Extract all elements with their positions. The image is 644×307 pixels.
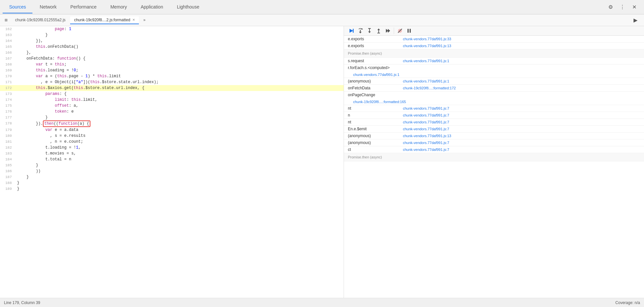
code-line-179: 179 var e = a.data (0, 127, 344, 133)
stack-file-0[interactable]: chunk-vendors.77daf991.js:33 (403, 37, 451, 41)
more-file-tabs-btn[interactable]: » (140, 16, 150, 24)
code-line-162: 162 page: 1 (0, 26, 344, 32)
code-line-189: 189 } (0, 186, 344, 192)
code-line-166: 166 }, (0, 50, 344, 56)
code-line-183: 183 t.movies = s, (0, 151, 344, 156)
stack-fn-4: (anonymous) (348, 79, 400, 83)
code-line-188: 188 } (0, 180, 344, 186)
code-line-177: 177 } (0, 115, 344, 120)
tab-sources[interactable]: Sources (3, 1, 32, 13)
file-tab-close-icon[interactable]: ✕ (132, 18, 135, 22)
step-out-btn[interactable] (374, 26, 383, 35)
step-into-btn[interactable] (365, 26, 374, 35)
stack-fn-1: e.exports (348, 44, 400, 48)
right-panel: e.exports chunk-vendors.77daf991.js:33 e… (344, 26, 644, 298)
code-line-186: 186 )) (0, 168, 344, 174)
status-bar: Line 179, Column 39 Coverage: n/a (0, 298, 644, 307)
stack-fn-12: (anonymous) (348, 140, 400, 145)
stack-row-6: onPageChange chunk-19c920f8....:formatte… (344, 92, 644, 105)
svg-marker-0 (350, 29, 353, 33)
deactivate-breakpoints-btn[interactable] (395, 26, 405, 35)
code-area[interactable]: 162 page: 1 163 } 164 }), 165 this.onFet… (0, 26, 344, 298)
file-tab-bar: ⊞ chunk-19c920f8.012555a2.js chunk-19c92… (0, 14, 644, 26)
stack-row-1: e.exports chunk-vendors.77daf991.js:13 (344, 43, 644, 49)
stack-file-13[interactable]: chunk-vendors.77daf991.js:7 (403, 148, 449, 152)
promise-then-async-0: Promise.then (async) (344, 49, 644, 58)
stack-file-11[interactable]: chunk-vendors.77daf991.js:13 (403, 134, 451, 138)
stack-file-3[interactable]: chunk-vendors.77daf991.js:1 (348, 73, 399, 77)
stack-row-4: (anonymous) chunk-vendors.77daf991.js:1 (344, 78, 644, 85)
stack-file-4[interactable]: chunk-vendors.77daf991.js:1 (403, 79, 449, 83)
code-panel: 162 page: 1 163 } 164 }), 165 this.onFet… (0, 26, 344, 298)
svg-rect-1 (353, 29, 354, 33)
code-line-174: 174 limit: this.limit, (0, 97, 344, 103)
stack-file-12[interactable]: chunk-vendors.77daf991.js:7 (403, 141, 449, 145)
pretty-print-icon[interactable]: ▶ (631, 16, 640, 25)
stack-file-9[interactable]: chunk-vendors.77daf991.js:7 (403, 120, 449, 124)
cursor-position: Line 179, Column 39 (4, 300, 40, 305)
code-line-164: 164 }), (0, 38, 344, 44)
stack-row-12: (anonymous) chunk-vendors.77daf991.js:7 (344, 139, 644, 146)
code-line-165: 165 this.onFetchData() (0, 44, 344, 50)
svg-marker-11 (386, 29, 388, 33)
stack-file-1[interactable]: chunk-vendors.77daf991.js:13 (403, 44, 451, 48)
top-tab-bar: Sources Network Performance Memory Appli… (0, 0, 644, 14)
stack-row-5: onFetchData chunk-19c920f8....:formatted… (344, 85, 644, 92)
stack-fn-13: ct (348, 147, 400, 152)
promise-then-async-1: Promise.then (async) (344, 153, 644, 161)
code-line-169: 169 this.loading = !0; (0, 67, 344, 73)
code-line-185: 185 } (0, 162, 344, 168)
step-btn[interactable] (383, 26, 392, 35)
sidebar-toggle-icon[interactable]: ⊞ (1, 16, 10, 25)
stack-fn-7: nt (348, 106, 400, 111)
stack-file-8[interactable]: chunk-vendors.77daf991.js:7 (403, 113, 449, 117)
stack-file-10[interactable]: chunk-vendors.77daf991.js:7 (403, 127, 449, 131)
stack-row-8: n chunk-vendors.77daf991.js:7 (344, 112, 644, 119)
code-line-163: 163 } (0, 32, 344, 38)
stack-row-11: (anonymous) chunk-vendors.77daf991.js:13 (344, 133, 644, 139)
tab-lighthouse[interactable]: Lighthouse (170, 1, 206, 13)
tab-performance[interactable]: Performance (64, 1, 103, 13)
tab-network[interactable]: Network (33, 1, 63, 13)
settings-icon[interactable]: ⚙ (606, 3, 615, 12)
coverage-status: Coverage: n/a (616, 300, 640, 305)
code-line-167: 167 onFetchData: function() { (0, 56, 344, 62)
svg-marker-4 (359, 32, 362, 33)
svg-marker-6 (368, 31, 371, 33)
code-line-182: 182 t.loading = !1, (0, 145, 344, 151)
resume-btn[interactable] (347, 26, 356, 35)
more-options-icon[interactable]: ⋮ (618, 3, 627, 12)
debug-toolbar (344, 26, 644, 36)
main-content: 162 page: 1 163 } 164 }), 165 this.onFet… (0, 26, 644, 298)
stack-file-5[interactable]: chunk-19c920f8....:formatted:172 (403, 86, 456, 90)
pause-on-exceptions-btn[interactable] (405, 26, 414, 35)
stack-fn-3: r.forEach.s.<computed> (348, 65, 400, 70)
code-line-187: 187 } (0, 174, 344, 180)
close-devtools-icon[interactable]: ✕ (630, 3, 639, 12)
code-line-178: 178 }).then((function(a) { (0, 120, 344, 127)
code-line-170: 170 var a = (this.page - 1) * this.limit (0, 73, 344, 79)
stack-row-0: e.exports chunk-vendors.77daf991.js:33 (344, 36, 644, 43)
code-line-184: 184 t.total = n (0, 156, 344, 162)
stack-file-2[interactable]: chunk-vendors.77daf991.js:1 (403, 59, 449, 63)
file-tab-formatted[interactable]: chunk-19c920f8....2.js:formatted ✕ (70, 16, 139, 24)
step-over-btn[interactable] (356, 26, 365, 35)
stack-file-7[interactable]: chunk-vendors.77daf991.js:7 (403, 106, 449, 110)
tab-memory[interactable]: Memory (104, 1, 134, 13)
stack-row-3: r.forEach.s.<computed> chunk-vendors.77d… (344, 64, 644, 78)
stack-fn-10: En.e.$emit (348, 127, 400, 131)
stack-file-6[interactable]: chunk-19c920f8....:formatted:165 (348, 100, 406, 104)
code-line-175: 175 offset: a, (0, 103, 344, 109)
tab-application[interactable]: Application (134, 1, 170, 13)
code-line-181: 181 , n = e.count; (0, 139, 344, 145)
stack-fn-11: (anonymous) (348, 134, 400, 138)
code-line-176: 176 token: e (0, 109, 344, 115)
file-tab-original[interactable]: chunk-19c920f8.012555a2.js (11, 16, 69, 24)
file-tab-formatted-label: chunk-19c920f8....2.js:formatted (74, 18, 130, 22)
stack-fn-5: onFetchData (348, 86, 400, 90)
stack-fn-6: onPageChange (348, 93, 400, 97)
file-tab-label: chunk-19c920f8.012555a2.js (15, 18, 66, 22)
stack-fn-2: s.request (348, 59, 400, 63)
code-line-171: 171 , e = Object(i["a"])(this.$store.sta… (0, 79, 344, 85)
svg-marker-12 (388, 29, 390, 33)
